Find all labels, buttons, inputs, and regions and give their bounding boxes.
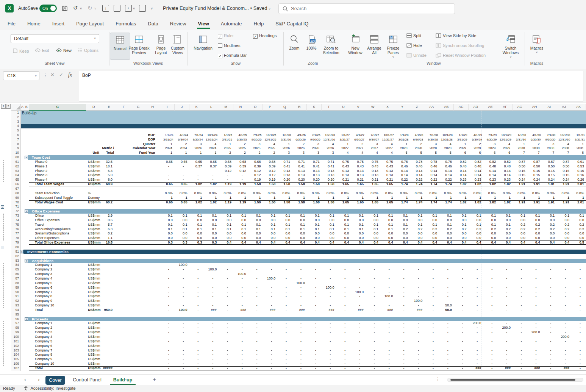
value-cell[interactable]: - (292, 276, 307, 281)
value-cell[interactable]: - (424, 348, 439, 353)
value-cell[interactable]: - (469, 263, 483, 267)
value-cell[interactable]: - (571, 335, 586, 339)
value-cell[interactable]: 0.21 (351, 178, 366, 182)
value-cell[interactable]: 0.0 (571, 236, 586, 241)
value-cell[interactable]: - (556, 357, 571, 362)
value-cell[interactable]: 1 (307, 196, 322, 200)
value-cell[interactable]: 0.0 (263, 231, 278, 236)
value-cell[interactable]: - (542, 330, 557, 335)
value-cell[interactable]: - (409, 344, 424, 348)
value-cell[interactable]: - (439, 281, 454, 286)
unit-cell[interactable]: US$mm (88, 326, 103, 330)
value-cell[interactable]: - (233, 335, 248, 339)
value-cell[interactable]: 0.14 (483, 169, 498, 173)
value-cell[interactable]: 100.0 (263, 276, 278, 281)
value-cell[interactable]: - (336, 366, 351, 371)
value-cell[interactable]: - (175, 353, 189, 357)
value-cell[interactable]: - (395, 303, 410, 308)
value-cell[interactable]: - (189, 339, 204, 344)
value-cell[interactable]: - (424, 303, 439, 308)
value-cell[interactable]: - (498, 344, 513, 348)
value-cell[interactable]: - (307, 353, 322, 357)
value-cell[interactable]: - (424, 353, 439, 357)
value-cell[interactable]: - (263, 281, 278, 286)
row-label[interactable]: Total Wages Cost (35, 200, 86, 205)
value-cell[interactable]: - (439, 294, 454, 299)
value-cell[interactable]: - (454, 335, 469, 339)
value-cell[interactable]: - (351, 353, 366, 357)
column-header-AJ[interactable]: AJ (556, 104, 571, 111)
value-cell[interactable]: 0.1 (219, 214, 233, 218)
unit-cell[interactable]: US$mm (88, 160, 103, 164)
timeline-cell[interactable]: 3 (322, 151, 336, 155)
value-cell[interactable]: - (263, 294, 278, 299)
value-cell[interactable]: - (469, 303, 483, 308)
timeline-cell[interactable]: 7/1/25 (248, 133, 263, 137)
value-cell[interactable]: - (204, 281, 219, 286)
timeline-cell[interactable]: 10/1/24 (204, 133, 219, 137)
value-cell[interactable]: - (571, 362, 586, 366)
value-cell[interactable]: - (571, 366, 586, 371)
value-cell[interactable]: 0.0% (424, 191, 439, 196)
value-cell[interactable]: - (366, 272, 380, 276)
value-cell[interactable]: 0.23 (483, 178, 498, 182)
value-cell[interactable]: 0.48 (454, 164, 469, 169)
value-cell[interactable]: - (351, 303, 366, 308)
value-cell[interactable]: 0.1 (292, 214, 307, 218)
value-cell[interactable]: ### (498, 366, 513, 371)
timeline-cell[interactable]: 6/30/29 (469, 137, 483, 142)
value-cell[interactable]: 0.0 (336, 218, 351, 223)
value-cell[interactable]: - (424, 308, 439, 312)
value-cell[interactable]: - (380, 330, 395, 335)
value-cell[interactable]: - (219, 357, 233, 362)
value-cell[interactable]: - (395, 366, 410, 371)
value-cell[interactable]: 0.0% (454, 191, 469, 196)
value-cell[interactable]: 0.0 (322, 231, 336, 236)
value-cell[interactable]: 0.4 (409, 241, 424, 245)
value-cell[interactable]: 0.0% (322, 191, 336, 196)
value-cell[interactable]: - (322, 290, 336, 295)
value-cell[interactable]: - (292, 353, 307, 357)
value-cell[interactable]: - (219, 281, 233, 286)
value-cell[interactable]: - (409, 357, 424, 362)
value-cell[interactable]: ### (204, 308, 219, 312)
column-header-L[interactable]: L (204, 104, 219, 111)
value-cell[interactable]: 0.13 (292, 169, 307, 173)
timeline-cell[interactable]: 6/30/25 (233, 137, 248, 142)
value-cell[interactable]: 0.2 (424, 227, 439, 232)
value-cell[interactable]: 0.68 (219, 160, 233, 164)
timeline-cell[interactable]: 9/30/28 (424, 137, 439, 142)
value-cell[interactable]: - (571, 299, 586, 303)
value-cell[interactable]: - (189, 326, 204, 330)
value-cell[interactable]: - (366, 348, 380, 353)
value-cell[interactable]: - (248, 263, 263, 267)
value-cell[interactable]: - (571, 290, 586, 295)
value-cell[interactable]: 1.82 (498, 182, 513, 187)
value-cell[interactable]: - (424, 286, 439, 290)
value-cell[interactable]: 0.1 (277, 223, 292, 227)
row-header-104[interactable]: 104 (11, 353, 21, 357)
row-header-84[interactable]: 84 (11, 263, 21, 267)
value-cell[interactable]: 1.50 (263, 182, 278, 187)
value-cell[interactable]: 1.65 (336, 200, 351, 205)
value-cell[interactable]: - (469, 299, 483, 303)
value-cell[interactable]: 0.91 (571, 160, 586, 164)
timeline-cell[interactable]: 9/30/29 (483, 137, 498, 142)
value-cell[interactable]: 0.1 (219, 223, 233, 227)
value-cell[interactable]: 0.65 (175, 182, 189, 187)
collapse-section-button[interactable]: x (25, 156, 28, 159)
timeline-cell[interactable]: 4 (322, 142, 336, 147)
value-cell[interactable]: - (498, 353, 513, 357)
value-cell[interactable]: 1 (175, 196, 189, 200)
value-cell[interactable]: - (263, 353, 278, 357)
value-cell[interactable]: 2.01 (571, 182, 586, 187)
value-cell[interactable]: 0.2 (469, 227, 483, 232)
value-cell[interactable]: 1 (233, 196, 248, 200)
value-cell[interactable]: 0.4 (483, 241, 498, 245)
timeline-cell[interactable]: 1/1/24 (160, 133, 175, 137)
value-cell[interactable]: 0.0 (409, 236, 424, 241)
value-cell[interactable]: - (498, 308, 513, 312)
value-cell[interactable]: - (483, 276, 498, 281)
value-cell[interactable]: - (160, 178, 175, 182)
value-cell[interactable]: 0.0 (571, 231, 586, 236)
